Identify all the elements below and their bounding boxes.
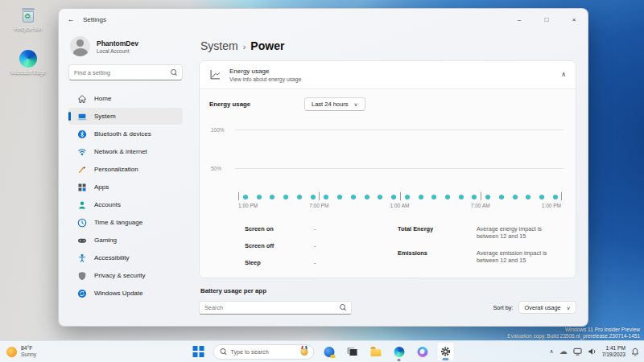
taskbar-search[interactable]	[213, 344, 315, 360]
volume-icon[interactable]	[588, 348, 597, 356]
breadcrumb-system[interactable]: System	[200, 39, 238, 52]
edge-button[interactable]	[390, 342, 408, 361]
sidebar-item-time-and-language[interactable]: Time & language	[68, 214, 183, 231]
notification-bell-icon	[631, 348, 639, 356]
sidebar-item-system[interactable]: System	[68, 108, 183, 125]
sidebar-item-privacy-and-security[interactable]: Privacy & security	[68, 267, 183, 284]
chart-dot	[485, 195, 490, 200]
sidebar-item-apps[interactable]: Apps	[68, 179, 183, 195]
chevron-up-icon[interactable]: ∧	[561, 71, 566, 78]
chart-dot	[499, 195, 504, 200]
chart-dot	[257, 195, 262, 200]
copilot-button[interactable]	[414, 342, 431, 361]
start-button[interactable]	[190, 342, 208, 361]
minimize-button[interactable]: –	[506, 9, 533, 30]
sort-by-dropdown[interactable]: Overall usage ∨	[518, 301, 576, 314]
weather-temp: 84°F	[21, 345, 36, 352]
system-tray: ∧ ☁ 1:41 PM 7/19/2023	[550, 345, 639, 358]
breadcrumb-separator-icon: ›	[243, 42, 246, 51]
bluetooth-icon	[76, 129, 87, 139]
search-icon	[220, 348, 227, 356]
card-subtitle: View info about energy usage	[229, 76, 301, 82]
summary-label: Screen on	[245, 225, 314, 232]
chevron-down-icon: ∨	[354, 101, 359, 107]
task-view-button[interactable]	[344, 342, 361, 361]
summary-row-screen-off: Screen off-	[245, 242, 398, 249]
summary-value: -	[314, 259, 316, 266]
accessibility-icon	[76, 253, 87, 263]
summary-value: Average emission impact is between 12 an…	[477, 249, 563, 264]
settings-taskbar-button[interactable]	[437, 342, 455, 361]
sidebar-item-windows-update[interactable]: Windows Update	[68, 285, 183, 302]
time-range-value: Last 24 hours	[312, 101, 348, 108]
x-axis-label: 1:00 PM	[542, 203, 561, 208]
sidebar-item-bluetooth-and-devices[interactable]: Bluetooth & devices	[68, 125, 183, 142]
user-name: PhantomDev	[97, 39, 138, 47]
find-a-setting-input[interactable]	[74, 69, 170, 76]
time-language-icon	[76, 217, 87, 228]
y-axis-label-50: 50%	[211, 166, 235, 171]
chart-dot	[311, 195, 316, 200]
taskbar-center	[190, 342, 455, 361]
chart-dot	[445, 195, 450, 200]
chart-dot	[405, 195, 410, 200]
sort-by-value: Overall usage	[525, 304, 561, 311]
close-button[interactable]: ×	[560, 9, 588, 30]
weather-widget[interactable]: 84°F Sunny	[6, 345, 36, 358]
battery-app-search-input[interactable]	[204, 304, 339, 311]
network-icon[interactable]	[573, 348, 582, 356]
sidebar-item-home[interactable]: Home	[68, 90, 183, 107]
notification-button[interactable]	[631, 348, 639, 356]
hidden-icons-chevron-icon[interactable]: ∧	[550, 348, 554, 355]
clock-date: 7/19/2023	[602, 352, 625, 358]
chart-dot	[513, 195, 518, 200]
desktop-icon-microsoft-edge[interactable]: Microsoft Edge	[5, 50, 52, 76]
taskbar-clock[interactable]: 1:41 PM 7/19/2023	[602, 345, 625, 358]
file-explorer-button[interactable]	[367, 342, 385, 361]
sidebar-item-network-and-internet[interactable]: Network & internet	[68, 143, 183, 160]
sidebar-item-gaming[interactable]: Gaming	[68, 232, 183, 249]
copilot-preview-button[interactable]	[320, 342, 338, 361]
privacy-security-icon	[76, 270, 87, 281]
evaluation-watermark: Windows 11 Pro Insider Preview Evaluatio…	[507, 327, 640, 339]
time-range-dropdown[interactable]: Last 24 hours ∨	[304, 97, 365, 111]
summary-label: Screen off	[245, 242, 314, 249]
find-a-setting-box[interactable]	[68, 64, 183, 80]
taskbar-search-input[interactable]	[231, 348, 297, 356]
summary-row-sleep: Sleep-	[245, 259, 398, 266]
accounts-icon	[76, 200, 87, 210]
energy-usage-expander[interactable]: Energy usage View info about energy usag…	[200, 61, 576, 88]
folder-icon	[370, 349, 381, 357]
settings-window: ← Settings – □ × PhantomDev Local Accoun…	[58, 8, 588, 327]
user-account[interactable]: PhantomDev Local Account	[68, 33, 183, 64]
x-axis-tick	[238, 192, 239, 200]
chart-dots	[243, 195, 558, 200]
x-axis-tick	[561, 192, 562, 200]
summary-label: Total Energy	[398, 225, 477, 232]
chart-dot	[526, 195, 530, 200]
gaming-icon	[76, 235, 87, 245]
sidebar-item-accounts[interactable]: Accounts	[68, 196, 183, 213]
desktop-icon-recycle-bin[interactable]: ♻ Recycle Bin	[5, 6, 52, 32]
bing-daily-medal-icon	[301, 348, 308, 356]
maximize-button[interactable]: □	[533, 9, 560, 30]
copilot-icon	[417, 347, 427, 357]
chart-dot	[243, 195, 248, 200]
onedrive-cloud-icon[interactable]: ☁	[559, 348, 568, 356]
x-axis-label: 1:00 PM	[238, 203, 258, 208]
energy-usage-card: Energy usage View info about energy usag…	[199, 60, 576, 278]
battery-app-search-box[interactable]	[199, 301, 352, 315]
taskbar: 84°F Sunny	[0, 340, 644, 362]
chart-dot	[419, 195, 423, 200]
edge-logo-icon	[19, 50, 37, 68]
task-view-icon	[347, 348, 357, 356]
back-button[interactable]: ←	[59, 15, 83, 23]
sidebar-item-accessibility[interactable]: Accessibility	[68, 249, 183, 266]
chart-dot	[553, 195, 558, 200]
personalization-icon	[76, 164, 87, 175]
energy-usage-body: Energy usage Last 24 hours ∨ 100%	[200, 89, 576, 278]
settings-sidebar: PhantomDev Local Account Home System Blu…	[59, 30, 189, 326]
gear-icon	[440, 346, 452, 357]
sidebar-item-personalization[interactable]: Personalization	[68, 161, 183, 178]
windows-logo-icon	[193, 346, 204, 356]
